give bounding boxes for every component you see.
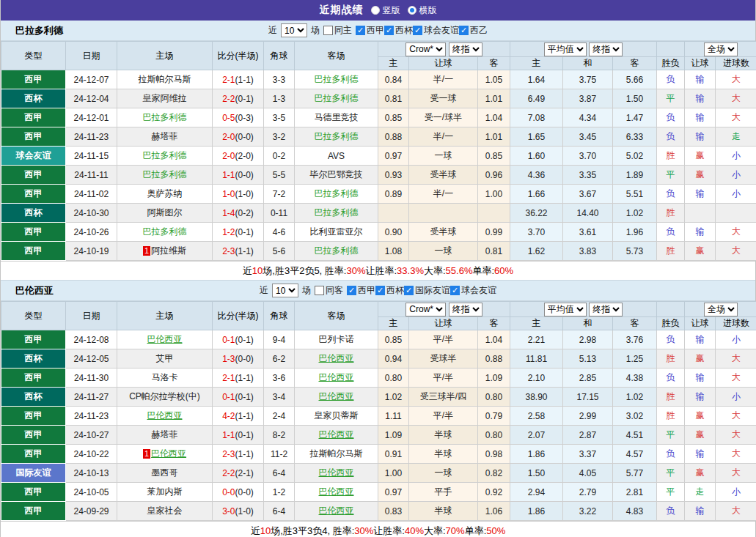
checkbox-checked-icon[interactable] [347,286,356,295]
league-filter-国际友谊[interactable]: 国际友谊 [404,284,450,297]
score-cell: 2-1(1-1) [213,70,264,89]
col-handicap: 让球 [409,57,478,70]
full-time-select[interactable]: 全场 [704,303,738,316]
corner-cell: 1-3 [264,89,295,108]
match-date-cell: 24-12-04 [66,89,117,108]
team-home-link[interactable]: 巴伦西亚 [147,334,183,344]
team-away-link[interactable]: 巴伦西亚 [319,486,354,497]
match-row: 西甲24-12-07拉斯帕尔马斯2-1(1-1)3-3巴拉多利德0.84半/一1… [1,70,756,89]
team-home-link[interactable]: 巴拉多利德 [143,150,187,160]
checkbox-checked-icon[interactable] [375,286,385,295]
corner-cell: 3-5 [264,108,295,127]
col-date: 日期 [66,302,117,330]
team-away-link[interactable]: 巴拉多利德 [315,207,359,218]
full-time-score: 4-2 [222,411,235,421]
corner-cell: 9-4 [264,330,295,349]
match-row: 球会友谊24-11-15巴拉多利德2-0(2-0)0-2AVS0.97一球0.8… [1,147,756,166]
checkbox-checked-icon[interactable] [413,26,422,35]
team-home-link[interactable]: 巴拉多利德 [143,226,187,237]
checkbox-unchecked-icon[interactable] [315,286,324,295]
avg-home-cell: 2.58 [510,407,563,426]
layout-horizontal-option[interactable]: 横版 [408,4,437,17]
score-cell: 1-4(0-2) [213,204,264,223]
team-away-link[interactable]: 巴伦西亚 [319,505,354,516]
team-away-link[interactable]: 巴伦西亚 [319,467,354,478]
full-time-score: 0-5 [222,113,235,123]
team-away-link[interactable]: 巴拉多利德 [315,245,359,256]
full-time-score: 2-1 [222,373,235,383]
checkbox-checked-icon[interactable] [384,26,394,35]
handicap-result-cell: 赢 [685,147,716,166]
final-odds-select-2[interactable]: 终指 [589,42,623,56]
league-filter-西乙[interactable]: 西乙 [459,24,488,37]
goals-result-cell: 大 [716,242,756,261]
checkbox-checked-icon[interactable] [450,286,460,295]
same-venue-filter[interactable]: 同客 [315,284,343,297]
team-away-link[interactable]: 巴伦西亚 [319,372,354,382]
avg-home-cell: 2.94 [510,483,563,502]
match-league-cell: 西甲 [1,108,66,127]
home-team-cell: 阿斯图尔 [117,204,213,223]
handicap-result-cell: 输 [685,330,716,349]
away-team-cell: AVS [295,147,378,166]
league-filter-西甲[interactable]: 西甲 [347,284,375,297]
away-team-cell: 巴列卡诺 [295,330,378,349]
score-cell: 1-0(1-0) [213,185,264,204]
games-count-select[interactable]: 10 [272,284,298,297]
team-away-link[interactable]: 巴拉多利德 [315,74,359,84]
league-filter-西甲[interactable]: 西甲 [356,24,384,37]
home-team-cell: 1阿拉维斯 [117,242,213,261]
team-home-link[interactable]: 巴伦西亚 [151,448,186,459]
final-odds-select[interactable]: 终指 [449,42,482,56]
same-venue-filter[interactable]: 同主 [323,24,352,37]
home-team-cell: 莱加内斯 [117,483,213,502]
final-odds-select-2[interactable]: 终指 [589,303,623,316]
summary-text: 30% [354,525,373,536]
col-avg-away: 客 [613,57,657,70]
team-home-link[interactable]: 巴拉多利德 [143,112,187,122]
result-cell: 负 [657,185,685,204]
games-count-select[interactable]: 10 [281,23,307,37]
league-filter-西杯[interactable]: 西杯 [375,284,404,297]
handicap-result-cell: 赢 [685,349,716,369]
bookmaker-select[interactable]: Crow* [405,42,446,56]
average-select[interactable]: 平均值 [544,42,587,56]
league-filter-球会友谊[interactable]: 球会友谊 [413,24,459,37]
away-team-cell: 马德里竞技 [295,108,378,127]
match-row: 西杯24-12-04皇家阿维拉2-2(0-1)1-3巴拉多利德0.81受一球1.… [1,89,756,108]
radio-horizontal-icon[interactable] [408,6,416,15]
odds-away-cell [478,204,510,223]
avg-away-cell: 1.96 [613,223,657,242]
checkbox-unchecked-icon[interactable] [323,26,333,35]
team-away-link[interactable]: 巴伦西亚 [319,429,354,440]
avg-odds-header: 平均值 终指 [510,302,657,317]
team-away-link[interactable]: 巴拉多利德 [315,93,359,103]
final-odds-select[interactable]: 终指 [449,303,482,316]
league-filter-球会友谊[interactable]: 球会友谊 [450,284,496,297]
team-away-link[interactable]: 巴拉多利德 [315,131,359,141]
avg-home-cell: 2.10 [510,369,563,388]
layout-vertical-option[interactable]: 竖版 [371,4,400,17]
league-filter-label: 西杯 [386,284,404,297]
checkbox-checked-icon[interactable] [404,286,414,295]
team-away-link[interactable]: 巴伦西亚 [319,391,354,401]
team-home-link[interactable]: 巴拉多利德 [143,169,187,179]
bookmaker-select[interactable]: Crow* [405,303,446,316]
checkbox-checked-icon[interactable] [459,26,469,35]
league-filter-西杯[interactable]: 西杯 [384,24,413,37]
team-away-link[interactable]: 巴伦西亚 [319,353,354,363]
avg-away-cell: 5.51 [613,185,657,204]
avg-away-cell: 4.83 [613,502,657,521]
handicap-cell: 一球 [409,147,478,166]
team-away-link[interactable]: 巴拉多利德 [315,188,359,199]
result-cell: 平 [657,166,685,185]
checkbox-checked-icon[interactable] [356,26,365,35]
average-select[interactable]: 平均值 [544,303,587,316]
summary-text: 让胜率: [365,264,397,278]
full-time-select[interactable]: 全场 [704,42,738,56]
col-score: 比分(半场) [213,302,264,330]
goals-result-cell: 小 [716,147,756,166]
odds-home-cell: 0.97 [378,483,409,502]
radio-vertical-icon[interactable] [371,6,380,15]
team-home-link[interactable]: 巴伦西亚 [147,410,183,421]
